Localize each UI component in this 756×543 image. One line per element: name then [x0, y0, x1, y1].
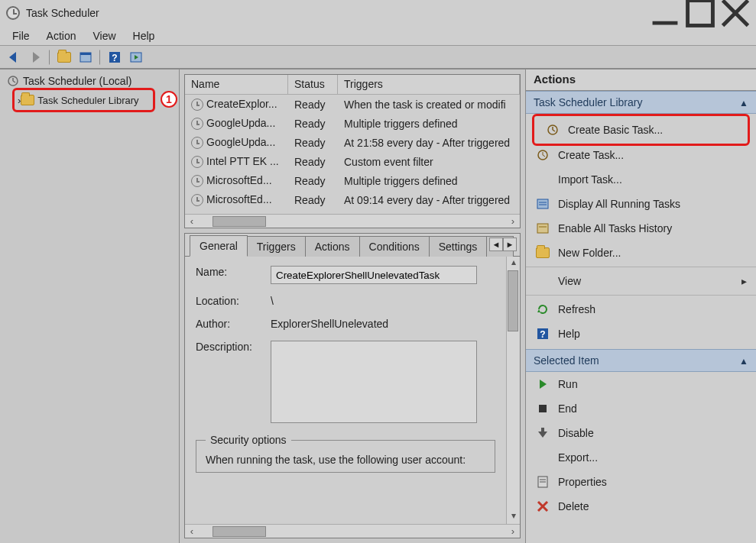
- actions-section-selected[interactable]: Selected Item ▲: [526, 349, 756, 372]
- submenu-arrow-icon: ▸: [741, 275, 747, 287]
- scroll-right-icon[interactable]: ›: [506, 215, 520, 227]
- field-description-input[interactable]: [271, 341, 477, 423]
- clock-icon: [191, 118, 203, 130]
- tab-scroll-right[interactable]: ►: [503, 238, 517, 251]
- scroll-thumb[interactable]: [213, 216, 266, 227]
- task-triggers: Custom event filter: [338, 156, 520, 168]
- menu-view[interactable]: View: [85, 27, 123, 44]
- task-name: CreateExplor...: [206, 98, 277, 110]
- collapse-icon[interactable]: ▲: [739, 98, 748, 108]
- svg-rect-7: [80, 53, 91, 55]
- tree-root-label: Task Scheduler (Local): [23, 75, 131, 87]
- action-import-task[interactable]: Import Task...: [526, 167, 756, 192]
- action-export[interactable]: Export...: [526, 445, 756, 470]
- action-help[interactable]: ? Help: [526, 322, 756, 346]
- menu-help[interactable]: Help: [125, 27, 163, 44]
- tab-settings[interactable]: Settings: [429, 236, 488, 257]
- table-row[interactable]: MicrosoftEd...ReadyAt 09:14 every day - …: [185, 190, 520, 209]
- toolbar-separator: [99, 50, 101, 65]
- task-triggers: When the task is created or modifi: [338, 99, 520, 111]
- field-name-input[interactable]: [271, 266, 477, 284]
- properties-button[interactable]: [76, 48, 95, 66]
- task-status: Ready: [288, 118, 338, 130]
- tree-library-item[interactable]: › Task Scheduler Library: [15, 90, 153, 110]
- nav-back-button[interactable]: [5, 48, 23, 66]
- help-button[interactable]: ?: [105, 48, 124, 66]
- action-run[interactable]: Run: [526, 372, 756, 396]
- close-button[interactable]: [718, 2, 753, 24]
- tab-actions[interactable]: Actions: [305, 236, 360, 257]
- tab-scroll-left[interactable]: ◄: [489, 238, 503, 251]
- column-triggers[interactable]: Triggers: [338, 75, 520, 94]
- tab-general[interactable]: General: [190, 235, 248, 257]
- scroll-thumb[interactable]: [508, 270, 518, 331]
- toolbar-separator: [49, 50, 50, 65]
- action-refresh[interactable]: Refresh: [526, 297, 756, 322]
- scroll-down-icon[interactable]: ▾: [507, 510, 520, 524]
- action-view[interactable]: View ▸: [526, 269, 756, 293]
- action-create-task[interactable]: Create Task...: [526, 143, 756, 167]
- field-name-label: Name:: [196, 266, 271, 278]
- table-row[interactable]: Intel PTT EK ...ReadyCustom event filter: [185, 152, 520, 171]
- action-delete[interactable]: Delete: [526, 494, 756, 519]
- titlebar: Task Scheduler: [0, 0, 756, 26]
- action-disable[interactable]: Disable: [526, 421, 756, 445]
- history-icon: [535, 221, 550, 236]
- help-icon: ?: [535, 326, 550, 341]
- folder-icon: [21, 95, 34, 105]
- field-location-value: \: [271, 295, 495, 307]
- clock-new-icon: [545, 122, 560, 137]
- list-icon: [535, 196, 550, 212]
- task-triggers: At 21:58 every day - After triggered: [338, 137, 520, 149]
- column-name[interactable]: Name: [185, 75, 288, 94]
- table-row[interactable]: GoogleUpda...ReadyAt 21:58 every day - A…: [185, 133, 520, 152]
- help-icon: ?: [108, 50, 122, 64]
- action-create-basic-task[interactable]: Create Basic Task...: [536, 118, 746, 142]
- nav-forward-button[interactable]: [26, 48, 44, 66]
- run-button[interactable]: [127, 48, 145, 66]
- actions-section-selected-label: Selected Item: [534, 354, 599, 367]
- scroll-thumb[interactable]: [213, 526, 266, 537]
- security-options-legend: Security options: [206, 434, 291, 446]
- action-display-running-tasks[interactable]: Display All Running Tasks: [526, 192, 756, 216]
- actions-section-library[interactable]: Task Scheduler Library ▲: [526, 91, 756, 114]
- action-label: Properties: [558, 476, 747, 488]
- details-body: Name: Location: \ Author: ExplorerShellU…: [185, 257, 520, 524]
- details-hscroll[interactable]: ‹ ›: [185, 524, 520, 538]
- action-label: End: [558, 402, 747, 415]
- scroll-left-icon[interactable]: ‹: [185, 215, 199, 227]
- action-end[interactable]: End: [526, 396, 756, 421]
- details-vscroll[interactable]: ▴ ▾: [506, 257, 520, 524]
- column-status[interactable]: Status: [288, 75, 338, 94]
- task-status: Ready: [288, 175, 338, 187]
- open-folder-button[interactable]: [55, 48, 73, 66]
- table-row[interactable]: GoogleUpda...ReadyMultiple triggers defi…: [185, 114, 520, 133]
- run-icon: [129, 50, 143, 64]
- action-enable-history[interactable]: Enable All Tasks History: [526, 216, 756, 241]
- actions-body: Create Basic Task... 2 Create Task... Im…: [526, 114, 756, 543]
- collapse-icon[interactable]: ▲: [739, 356, 748, 367]
- tab-triggers[interactable]: Triggers: [247, 236, 306, 257]
- task-triggers: At 09:14 every day - After triggered: [338, 194, 520, 206]
- details-tabs: General Triggers Actions Conditions Sett…: [185, 234, 520, 257]
- table-row[interactable]: MicrosoftEd...ReadyMultiple triggers def…: [185, 171, 520, 190]
- action-label: Export...: [558, 451, 747, 464]
- tab-conditions[interactable]: Conditions: [359, 236, 430, 257]
- maximize-button[interactable]: [683, 2, 718, 24]
- scroll-right-icon[interactable]: ›: [506, 525, 520, 537]
- table-row[interactable]: CreateExplor...ReadyWhen the task is cre…: [185, 95, 520, 114]
- minimize-icon: [647, 0, 683, 31]
- properties-icon: [535, 474, 550, 490]
- action-label: Delete: [558, 500, 747, 512]
- security-options-group: Security options When running the task, …: [196, 434, 495, 473]
- svg-line-14: [13, 81, 15, 82]
- action-new-folder[interactable]: New Folder...: [526, 241, 756, 265]
- action-properties[interactable]: Properties: [526, 470, 756, 494]
- tree-root[interactable]: Task Scheduler (Local): [3, 73, 179, 89]
- menu-action[interactable]: Action: [39, 27, 84, 44]
- minimize-button[interactable]: [647, 2, 683, 24]
- menu-file[interactable]: File: [5, 27, 37, 44]
- task-list-hscroll[interactable]: ‹ ›: [185, 214, 520, 228]
- scroll-up-icon[interactable]: ▴: [507, 257, 520, 270]
- scroll-left-icon[interactable]: ‹: [185, 525, 199, 537]
